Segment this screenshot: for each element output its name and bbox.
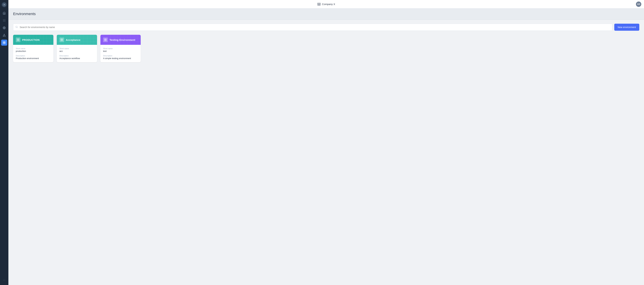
svg-point-33 <box>18 40 19 40</box>
new-environment-button[interactable]: New environment <box>614 24 639 31</box>
svg-rect-23 <box>4 43 5 44</box>
description-value-production: Production environment <box>16 57 51 60</box>
description-label-acceptance: Description <box>60 55 94 57</box>
card-header-name-acceptance: Acceptance <box>66 38 80 41</box>
svg-point-11 <box>3 27 6 29</box>
svg-point-45 <box>105 40 106 40</box>
card-header-acceptance: Acceptance <box>57 35 97 45</box>
card-header-production: PRODUCTION <box>13 35 54 45</box>
more-icon[interactable]: ··· <box>1 277 7 283</box>
card-header-icon-acceptance <box>60 38 64 42</box>
search-input[interactable] <box>13 24 612 31</box>
short-name-label-testing: Short name <box>103 48 138 50</box>
svg-point-10 <box>5 21 5 22</box>
user-avatar[interactable]: AO <box>636 2 641 7</box>
page-header: Environments <box>8 8 644 20</box>
card-body-acceptance: Short name acc Description Acceptance wo… <box>57 45 97 62</box>
card-description-field-production: Description Production environment <box>16 55 51 60</box>
card-short-name-field-acceptance: Short name acc <box>60 48 94 52</box>
svg-point-9 <box>4 21 4 22</box>
svg-rect-22 <box>3 43 4 44</box>
card-description-field-testing: Description A simple testing environment <box>103 55 138 60</box>
description-value-testing: A simple testing environment <box>103 57 138 60</box>
card-body-production: Short name production Description Produc… <box>13 45 54 62</box>
description-label-testing: Description <box>103 55 138 57</box>
short-name-value-production: production <box>16 50 51 52</box>
short-name-value-acceptance: acc <box>60 50 94 52</box>
svg-point-5 <box>3 20 4 21</box>
env-card-testing[interactable]: Testing Environment Short name test Desc… <box>100 35 141 62</box>
env-card-acceptance[interactable]: Acceptance Short name acc Description Ac… <box>57 35 97 62</box>
svg-point-16 <box>5 36 5 36</box>
target-icon[interactable] <box>1 25 7 31</box>
nodes-icon[interactable] <box>1 32 7 38</box>
svg-point-13 <box>4 28 4 28</box>
svg-point-15 <box>3 36 4 36</box>
sidebar-logo[interactable] <box>2 2 7 8</box>
company-name: Company X <box>322 3 335 6</box>
svg-point-39 <box>62 40 62 40</box>
company-icon <box>317 2 321 6</box>
svg-point-2 <box>3 20 4 20</box>
environments-icon[interactable] <box>1 40 7 46</box>
svg-point-12 <box>4 27 5 29</box>
short-name-label-production: Short name <box>16 48 51 50</box>
svg-rect-20 <box>3 42 4 42</box>
environments-grid: PRODUCTION Short name production Descrip… <box>13 35 639 62</box>
card-header-name-testing: Testing Environment <box>110 38 135 41</box>
search-icon <box>16 26 18 29</box>
main-container: Company X AO Environments New environmen… <box>8 0 644 285</box>
svg-point-6 <box>4 20 4 21</box>
card-header-icon-production <box>16 38 20 42</box>
card-header-icon-testing <box>103 38 108 42</box>
svg-point-30 <box>16 26 17 28</box>
sidebar: ··· <box>0 0 8 285</box>
svg-point-14 <box>4 34 4 35</box>
svg-point-7 <box>5 20 5 21</box>
env-card-production[interactable]: PRODUCTION Short name production Descrip… <box>13 35 54 62</box>
svg-point-3 <box>4 20 4 20</box>
svg-line-18 <box>4 35 5 36</box>
svg-point-4 <box>5 20 5 20</box>
description-label-production: Description <box>16 55 51 57</box>
content-area: New environment PRODUCTION Short name <box>8 20 644 285</box>
card-header-testing: Testing Environment <box>100 35 141 45</box>
svg-line-17 <box>3 35 4 36</box>
short-name-value-testing: test <box>103 50 138 52</box>
svg-line-31 <box>17 27 18 28</box>
toolbar: New environment <box>13 24 639 31</box>
search-wrapper <box>13 24 612 31</box>
topbar-title: Company X <box>317 2 335 6</box>
card-short-name-field-testing: Short name test <box>103 48 138 52</box>
card-body-testing: Short name test Description A simple tes… <box>100 45 141 62</box>
description-value-acceptance: Acceptance workflow <box>60 57 94 60</box>
short-name-label-acceptance: Short name <box>60 48 94 50</box>
grid-dots-icon[interactable] <box>1 18 7 24</box>
svg-point-8 <box>3 21 4 22</box>
home-icon[interactable] <box>1 10 7 16</box>
card-header-name-production: PRODUCTION <box>22 38 40 41</box>
page-title: Environments <box>13 12 639 16</box>
card-short-name-field-production: Short name production <box>16 48 51 52</box>
svg-point-1 <box>4 4 5 5</box>
topbar: Company X AO <box>8 0 644 8</box>
card-description-field-acceptance: Description Acceptance workflow <box>60 55 94 60</box>
svg-rect-21 <box>4 42 5 42</box>
